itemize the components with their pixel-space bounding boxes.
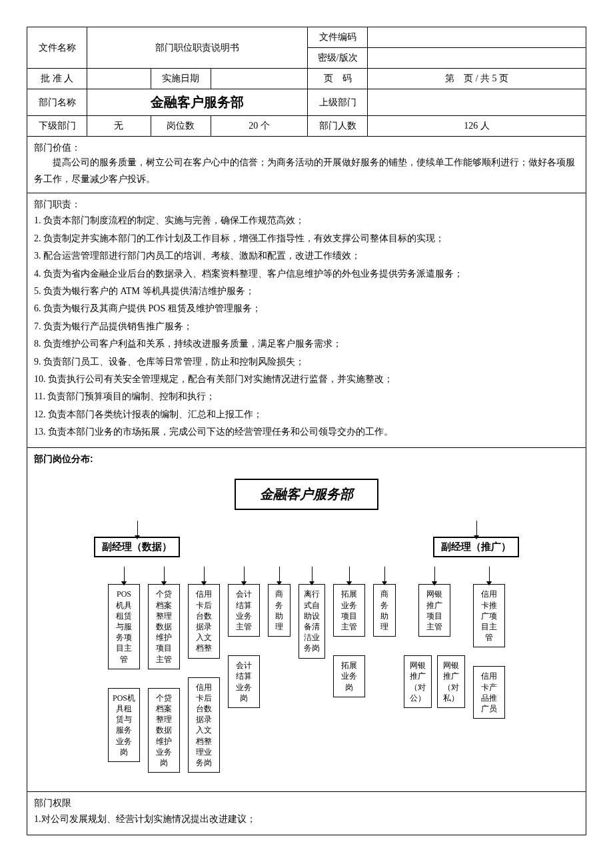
subordinate-value: 无 — [87, 116, 151, 137]
resp-item: 6. 负责为银行及其商户提供 POS 租赁及维护管理服务； — [34, 301, 579, 316]
resp-item: 11. 负责部门预算项目的编制、控制和执行； — [34, 389, 579, 404]
node-pos-staff: POS机具租赁与服务业务岗 — [108, 688, 140, 762]
secrecy-value — [368, 48, 586, 69]
file-name-value: 部门职位职责说明书 — [87, 27, 308, 69]
authority-heading: 部门权限 — [34, 797, 579, 809]
subordinate-label: 下级部门 — [27, 116, 87, 137]
approver-value — [87, 69, 151, 89]
position-count-value: 20 个 — [211, 116, 307, 137]
resp-item: 13. 负责本部门业务的市场拓展，完成公司下达的经营管理任务和公司领导交办的工作… — [34, 425, 579, 439]
position-count-label: 岗位数 — [151, 116, 211, 137]
resp-item: 1. 负责本部门制度流程的制定、实施与完善，确保工作规范高效； — [34, 213, 579, 228]
responsibilities-list: 1. 负责本部门制度流程的制定、实施与完善，确保工作规范高效； 2. 负责制定并… — [34, 213, 579, 439]
resp-item: 10. 负责执行公司有关安全管理规定，配合有关部门对实施情况进行监督，并实施整改… — [34, 372, 579, 387]
node-biz-assist-1: 商务助理 — [268, 584, 291, 637]
responsibilities-section: 部门职责： 1. 负责本部门制度流程的制定、实施与完善，确保工作规范高效； 2.… — [27, 193, 586, 448]
approver-label: 批 准 人 — [27, 69, 87, 89]
resp-item: 12. 负责本部门各类统计报表的编制、汇总和上报工作； — [34, 407, 579, 422]
authority-list: 1.对公司发展规划、经营计划实施情况提出改进建议； — [34, 812, 579, 827]
dept-name-label: 部门名称 — [27, 89, 87, 116]
node-ebank-corp: 网银推广（对公） — [404, 655, 432, 708]
org-section: 部门岗位分布: 金融客户服务部 副经理（数据） 副经理（推广） POS 机具租赁… — [27, 448, 586, 792]
node-loan-staff: 个贷档案整理数据维护业务岗 — [148, 688, 180, 773]
resp-item: 5. 负责为银行客户的 ATM 等机具提供清洁维护服务； — [34, 284, 579, 299]
value-section: 部门价值： 提高公司的服务质量，树立公司在客户心中的信誉；为商务活动的开展做好服… — [27, 137, 586, 193]
node-ebank-priv: 网银推广（对私） — [437, 655, 465, 708]
node-pos-mgr: POS 机具租赁与服务项目主管 — [108, 584, 140, 669]
superior-value — [368, 89, 586, 116]
org-heading: 部门岗位分布: — [34, 453, 579, 465]
value-heading: 部门价值： — [34, 142, 579, 154]
org-chart: 金融客户服务部 副经理（数据） 副经理（推广） POS 机具租赁与服务项目主管 … — [34, 472, 579, 779]
responsibilities-heading: 部门职责： — [34, 199, 579, 211]
resp-item: 8. 负责维护公司客户利益和关系，持续改进服务质量，满足客户服务需求； — [34, 337, 579, 351]
resp-item: 9. 负责部门员工、设备、仓库等日常管理，防止和控制风险损失； — [34, 355, 579, 369]
file-code-label: 文件编码 — [308, 27, 368, 48]
node-expand-staff: 拓展业务岗 — [333, 655, 365, 697]
authority-item: 1.对公司发展规划、经营计划实施情况提出改进建议； — [34, 812, 579, 827]
resp-item: 3. 配合运营管理部进行部门内员工的培训、考核、激励和配置，改进工作绩效； — [34, 249, 579, 263]
node-biz-assist-2: 商务助理 — [373, 584, 396, 637]
mgr-data: 副经理（数据） — [94, 537, 180, 557]
page-code-value: 第 页 / 共 5 页 — [368, 69, 586, 89]
node-offsite-clean: 离行式自助设备清洁业务岗 — [299, 584, 325, 658]
node-acct-staff: 会计结算业务岗 — [228, 655, 260, 708]
node-cc-data: 信用卡后台数据录入文档整 — [188, 584, 220, 658]
secrecy-label: 密级/版次 — [308, 48, 368, 69]
impl-date-value — [211, 69, 307, 89]
value-body: 提高公司的服务质量，树立公司在客户心中的信誉；为商务活动的开展做好服务的铺垫，使… — [34, 154, 579, 187]
dept-headcount-value: 126 人 — [368, 116, 586, 137]
resp-item: 7. 负责为银行产品提供销售推广服务； — [34, 319, 579, 334]
node-cc-promo-mgr: 信用卡推广项目主管 — [473, 584, 505, 647]
resp-item: 4. 负责为省内金融企业后台的数据录入、档案资料整理、客户信息维护等的外包业务提… — [34, 267, 579, 281]
org-root: 金融客户服务部 — [235, 479, 378, 510]
node-acct-mgr: 会计结算业务主管 — [228, 584, 260, 637]
authority-section: 部门权限 1.对公司发展规划、经营计划实施情况提出改进建议； — [27, 792, 586, 835]
document-table: 文件名称 部门职位职责说明书 文件编码 密级/版次 批 准 人 实施日期 页 码… — [27, 27, 586, 835]
dept-name-value: 金融客户服务部 — [87, 89, 308, 116]
node-expand-mgr: 拓展业务项目主管 — [333, 584, 365, 637]
resp-item: 2. 负责制定并实施本部门的工作计划及工作目标，增强工作指导性，有效支撑公司整体… — [34, 231, 579, 246]
page-code-label: 页 码 — [308, 69, 368, 89]
mgr-promo: 副经理（推广） — [433, 537, 519, 557]
node-cc-promo-staff: 信用卡产品推广员 — [473, 666, 505, 719]
node-cc-data-staff: 信用卡后台数据录入文档整理业务岗 — [188, 677, 220, 773]
dept-headcount-label: 部门人数 — [308, 116, 368, 137]
node-loan-mgr: 个贷档案整理数据维护项目主管 — [148, 584, 180, 669]
superior-label: 上级部门 — [308, 89, 368, 116]
node-ebank-mgr: 网银推广项目主管 — [418, 584, 450, 637]
file-name-label: 文件名称 — [27, 27, 87, 69]
impl-date-label: 实施日期 — [151, 69, 211, 89]
file-code-value — [368, 27, 586, 48]
